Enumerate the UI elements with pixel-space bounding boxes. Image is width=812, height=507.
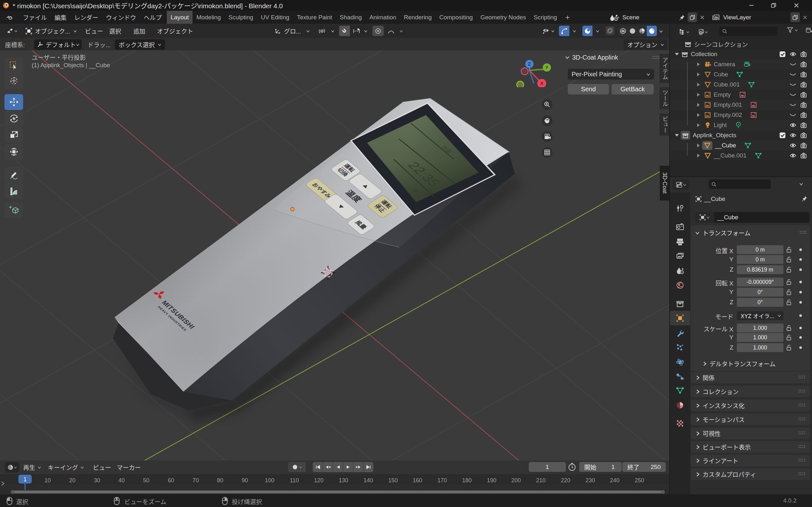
svg-text:110: 110 — [290, 477, 299, 484]
svg-text:60: 60 — [168, 477, 174, 484]
svg-text:20: 20 — [69, 477, 75, 484]
svg-text:X: X — [540, 81, 543, 86]
svg-text:50: 50 — [143, 477, 149, 484]
svg-text:240: 240 — [610, 477, 619, 484]
svg-text:130: 130 — [339, 477, 348, 484]
svg-text:120: 120 — [314, 477, 323, 484]
svg-text:200: 200 — [511, 477, 521, 484]
svg-text:140: 140 — [363, 477, 373, 484]
svg-text:100: 100 — [265, 477, 274, 484]
svg-text:160: 160 — [413, 477, 422, 484]
svg-text:210: 210 — [536, 477, 546, 484]
svg-text:170: 170 — [438, 477, 447, 484]
svg-text:1: 1 — [23, 476, 27, 483]
svg-text:40: 40 — [118, 477, 125, 484]
svg-text:250: 250 — [635, 477, 644, 484]
svg-text:10: 10 — [44, 477, 51, 484]
svg-text:180: 180 — [462, 477, 472, 484]
svg-text:150: 150 — [388, 477, 398, 484]
svg-text:30: 30 — [94, 477, 100, 484]
svg-text:Z: Z — [528, 61, 531, 66]
svg-text:80: 80 — [217, 477, 223, 484]
svg-text:90: 90 — [242, 477, 248, 484]
svg-text:Y: Y — [545, 65, 548, 70]
svg-text:220: 220 — [561, 477, 570, 484]
svg-text:190: 190 — [487, 477, 496, 484]
svg-text:230: 230 — [586, 477, 595, 484]
svg-text:70: 70 — [193, 477, 199, 484]
